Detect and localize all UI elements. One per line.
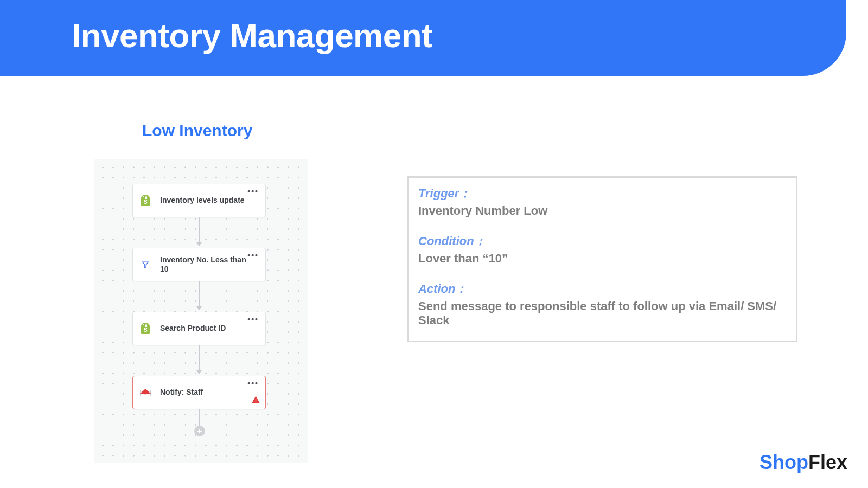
workflow-summary-box: Trigger： Inventory Number Low Condition：… — [407, 176, 797, 342]
flow-node-condition[interactable]: Inventory No. Less than 10 ••• — [132, 248, 266, 281]
filter-icon — [139, 259, 151, 271]
summary-trigger-value: Inventory Number Low — [418, 204, 786, 218]
connector — [199, 217, 200, 246]
logo-part1: Shop — [760, 451, 808, 473]
summary-condition-value: Lover than “10” — [418, 252, 786, 266]
logo-part2: Flex — [808, 451, 847, 473]
brand-logo: ShopFlex — [760, 451, 847, 474]
add-node-button[interactable]: + — [194, 426, 205, 436]
flow-node-trigger[interactable]: S Inventory levels update ••• — [132, 184, 266, 217]
flow-node-action-search[interactable]: S Search Product ID ••• — [132, 312, 266, 345]
svg-rect-0 — [256, 399, 256, 401]
flow-node-label: Notify: Staff — [160, 388, 203, 397]
workflow-canvas: S Inventory levels update ••• Inventory … — [94, 159, 308, 463]
more-dots-icon[interactable]: ••• — [247, 316, 259, 323]
more-dots-icon[interactable]: ••• — [247, 380, 259, 387]
connector — [199, 345, 200, 374]
summary-action-label: Action： — [418, 281, 786, 297]
section-subtitle: Low Inventory — [142, 121, 252, 140]
summary-trigger-label: Trigger： — [418, 185, 786, 202]
summary-action-value: Send message to responsible staff to fol… — [418, 299, 786, 328]
page-title: Inventory Management — [72, 16, 432, 55]
connector — [199, 409, 200, 426]
connector — [199, 281, 200, 310]
flow-node-label: Search Product ID — [160, 324, 226, 333]
shopify-icon: S — [139, 323, 151, 335]
flow-node-label: Inventory No. Less than 10 — [160, 255, 247, 274]
mail-icon — [139, 387, 151, 399]
flow-node-label: Inventory levels update — [160, 196, 245, 206]
more-dots-icon[interactable]: ••• — [247, 252, 259, 259]
shopify-icon: S — [139, 195, 151, 207]
more-dots-icon[interactable]: ••• — [247, 188, 259, 195]
flow-node-action-notify[interactable]: Notify: Staff ••• — [132, 376, 266, 409]
summary-condition-label: Condition： — [418, 233, 786, 249]
alert-triangle-icon — [252, 396, 260, 406]
header-banner: Inventory Management — [0, 0, 846, 76]
svg-rect-1 — [256, 401, 256, 402]
